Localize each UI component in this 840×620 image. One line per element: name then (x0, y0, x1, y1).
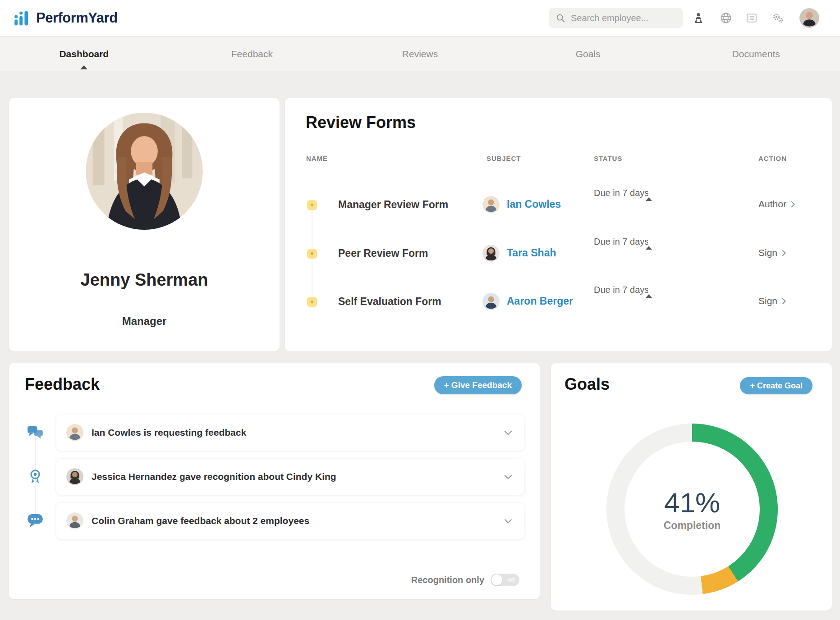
tab-label: Feedback (231, 49, 273, 59)
chevron-down-icon[interactable] (504, 474, 513, 480)
goals-donut: 41% Completion (606, 424, 778, 595)
action-label: Author (758, 199, 786, 210)
feedback-item-text: Jessica Hernandez gave recognition about… (92, 471, 504, 482)
avatar (66, 424, 83, 441)
tab-dashboard[interactable]: Dashboard (0, 36, 168, 71)
search-icon (555, 13, 565, 23)
review-forms-card: Review Forms NAME SUBJECT STATUS ACTION … (285, 98, 832, 351)
column-header-status: STATUS (594, 155, 622, 162)
chevron-down-icon[interactable] (504, 430, 513, 436)
performyard-logo[interactable]: PerformYard (13, 8, 118, 28)
donut-center: 41% Completion (624, 442, 760, 577)
logo-bars-icon (13, 8, 32, 28)
chevron-right-icon (790, 201, 795, 208)
form-name: Self Evaluation Form (338, 296, 441, 308)
profile-menu-avatar[interactable] (799, 8, 819, 28)
subject-link[interactable]: Tara Shah (507, 247, 556, 259)
tab-label: Goals (576, 49, 601, 59)
toggle-knob (491, 574, 502, 585)
form-name: Manager Review Form (338, 199, 448, 211)
tab-label: Reviews (402, 49, 438, 59)
tab-goals[interactable]: Goals (504, 36, 672, 71)
due-marker-icon (646, 197, 652, 201)
give-feedback-button[interactable]: + Give Feedback (434, 376, 522, 394)
profile-role: Manager (9, 315, 280, 328)
chat-dots-icon (27, 513, 43, 529)
logo-text: PerformYard (36, 10, 118, 26)
completion-value: 41% (664, 487, 720, 519)
active-tab-indicator (80, 65, 87, 69)
tab-documents[interactable]: Documents (672, 36, 840, 71)
chevron-right-icon (781, 297, 786, 305)
search-input[interactable] (570, 13, 676, 24)
subject-link[interactable]: Ian Cowles (507, 198, 561, 210)
chevron-right-icon (781, 249, 786, 257)
avatar (66, 468, 83, 485)
goals-card: Goals + Create Goal 41% Completion (551, 363, 832, 611)
podium-person-icon[interactable] (692, 12, 705, 24)
review-form-row: Peer Review Form Tara Shah Due in 7 days… (285, 229, 832, 278)
action-label: Sign (758, 296, 777, 306)
tab-label: Documents (732, 49, 780, 59)
column-header-action: ACTION (758, 155, 787, 162)
tab-feedback[interactable]: Feedback (168, 36, 336, 71)
due-marker-icon (646, 246, 652, 250)
employee-search[interactable] (549, 8, 683, 28)
settings-gears-icon[interactable] (772, 12, 785, 24)
recognition-only-control: Recognition only off (411, 574, 519, 586)
create-goal-button[interactable]: + Create Goal (740, 377, 812, 394)
review-forms-title: Review Forms (306, 113, 416, 132)
subject-avatar (482, 245, 500, 262)
feedback-item-request[interactable]: Ian Cowles is requesting feedback (56, 415, 524, 451)
tab-reviews[interactable]: Reviews (336, 36, 504, 71)
profile-card: Jenny Sherman Manager (9, 98, 280, 351)
action-sign[interactable]: Sign (758, 296, 786, 306)
goals-title: Goals (565, 375, 610, 394)
app-header: PerformYard (0, 0, 840, 36)
main-nav: Dashboard Feedback Reviews Goals Documen… (0, 36, 840, 71)
profile-name: Jenny Sherman (9, 270, 280, 290)
form-status-marker (307, 297, 317, 307)
toggle-label: Recognition only (411, 575, 484, 585)
due-marker-icon (646, 294, 652, 298)
avatar (66, 512, 83, 529)
action-label: Sign (758, 247, 777, 258)
subject-avatar (482, 196, 500, 213)
status-cell: Due in 7 days (594, 285, 709, 295)
feedback-item-text: Ian Cowles is requesting feedback (92, 427, 504, 438)
profile-photo (86, 113, 203, 230)
globe-icon[interactable] (720, 12, 732, 24)
column-header-name: NAME (306, 155, 328, 162)
recognition-only-toggle[interactable]: off (491, 574, 519, 586)
feedback-title: Feedback (25, 375, 100, 394)
action-author[interactable]: Author (758, 199, 795, 210)
status-cell: Due in 7 days (594, 188, 709, 198)
chat-duo-icon (27, 424, 43, 441)
due-label: Due in 7 days (594, 285, 649, 295)
action-sign[interactable]: Sign (758, 247, 786, 258)
toggle-state: off (507, 576, 515, 583)
feedback-card: Feedback + Give Feedback Ian Cowles is r… (9, 363, 540, 599)
column-header-subject: SUBJECT (487, 155, 521, 162)
due-label: Due in 7 days (594, 188, 649, 198)
chevron-down-icon[interactable] (504, 518, 513, 524)
recognition-badge-icon (27, 469, 43, 485)
review-form-row: Self Evaluation Form Aaron Berger Due in… (285, 278, 832, 326)
subject-avatar (482, 293, 500, 310)
due-label: Due in 7 days (594, 237, 649, 246)
review-form-row: Manager Review Form Ian Cowles Due in 7 … (285, 181, 832, 229)
status-cell: Due in 7 days (594, 237, 709, 247)
feedback-item-feedback[interactable]: Colin Graham gave feedback about 2 emplo… (56, 503, 524, 539)
list-icon[interactable] (745, 12, 758, 24)
feedback-item-text: Colin Graham gave feedback about 2 emplo… (92, 515, 504, 526)
form-name: Peer Review Form (338, 247, 428, 260)
subject-link[interactable]: Aaron Berger (507, 295, 573, 307)
form-status-marker (307, 249, 317, 259)
tab-label: Dashboard (59, 49, 109, 59)
completion-label: Completion (664, 520, 721, 532)
feedback-item-recognition[interactable]: Jessica Hernandez gave recognition about… (56, 459, 524, 495)
form-status-marker (307, 200, 317, 210)
